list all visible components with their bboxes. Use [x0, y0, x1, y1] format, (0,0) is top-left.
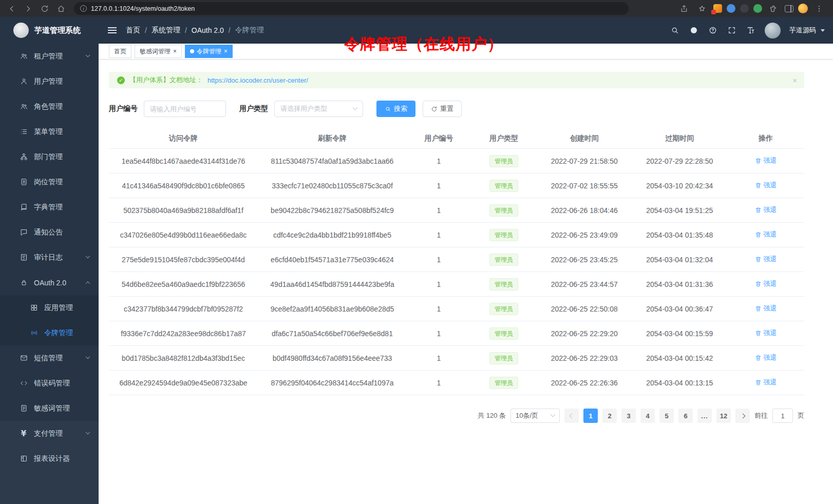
tab-token[interactable]: 令牌管理	[185, 45, 233, 58]
extension-badge-icon[interactable]	[713, 4, 722, 13]
force-logout-button[interactable]: 强退	[755, 255, 777, 264]
sidebar-item-user[interactable]: 用户管理	[0, 69, 99, 94]
force-logout-label: 强退	[764, 328, 777, 338]
sidebar-item-dict[interactable]: 字典管理	[0, 195, 99, 220]
next-page-button[interactable]	[735, 409, 750, 423]
page-button-4[interactable]: 4	[640, 409, 655, 423]
sidebar-item-audit-log[interactable]: 审计日志	[0, 245, 99, 270]
force-logout-button[interactable]: 强退	[755, 181, 777, 190]
tab-sensitive-word[interactable]: 敏感词管理	[135, 45, 182, 58]
browser-menu-dots-icon[interactable]	[812, 2, 826, 15]
doc-link[interactable]: https://doc.iocoder.cn/user-center/	[207, 76, 308, 84]
sidebar-item-oauth2-app[interactable]: 应用管理	[0, 295, 99, 320]
force-logout-button[interactable]: 强退	[755, 304, 777, 313]
sidebar-item-sensitive-word[interactable]: 敏感词管理	[0, 396, 99, 421]
sidebar-item-label: 报表设计器	[34, 454, 70, 463]
dropdown-caret-icon[interactable]	[821, 29, 825, 32]
pages-ellipsis[interactable]: ...	[697, 409, 712, 423]
goto-unit: 页	[798, 411, 804, 420]
search-icon[interactable]	[670, 25, 680, 35]
extension-blue-icon[interactable]	[727, 4, 735, 13]
alert-close-icon[interactable]	[792, 76, 797, 85]
page-button-3[interactable]: 3	[621, 409, 636, 423]
github-icon[interactable]	[689, 25, 699, 35]
cell-refresh-token: cdfc4ce9c2da4bb1bdf21b9918ff4be5	[258, 231, 407, 239]
fullscreen-icon[interactable]	[727, 25, 737, 35]
app-logo[interactable]: 芋道管理系统	[0, 17, 99, 44]
chevron-down-icon	[86, 254, 90, 258]
force-logout-label: 强退	[764, 353, 777, 362]
page-button-6[interactable]: 6	[678, 409, 693, 423]
browser-forward-icon[interactable]	[22, 2, 35, 15]
cell-user-type: 管理员	[471, 254, 537, 266]
cell-user-id: 1	[407, 256, 471, 264]
force-logout-button[interactable]: 强退	[755, 378, 777, 387]
page-button-last[interactable]: 12	[716, 409, 731, 423]
sidebar-collapse-icon[interactable]	[108, 27, 117, 33]
force-logout-button[interactable]: 强退	[755, 353, 777, 362]
breadcrumb-home[interactable]: 首页	[126, 26, 140, 35]
force-logout-label: 强退	[764, 156, 777, 165]
user-id-input[interactable]	[144, 101, 226, 117]
extensions-puzzle-icon[interactable]	[767, 2, 780, 15]
browser-home-icon[interactable]	[54, 2, 68, 15]
table-row: f9336e7c7dd242a283ee98dc86b17a87 dfa6c71…	[109, 321, 804, 346]
force-logout-button[interactable]: 强退	[755, 328, 777, 338]
url-text[interactable]: 127.0.0.1:1024/system/oauth2/token	[91, 5, 195, 12]
browser-reload-icon[interactable]	[38, 2, 51, 15]
bookmark-star-icon[interactable]	[695, 2, 709, 15]
sidebar-item-role[interactable]: 角色管理	[0, 94, 99, 119]
page-button-2[interactable]: 2	[602, 409, 617, 423]
page-button-1[interactable]: 1	[583, 409, 598, 423]
browser-back-icon[interactable]	[5, 2, 18, 15]
help-icon[interactable]	[708, 25, 718, 35]
sidebar-item-post[interactable]: 岗位管理	[0, 169, 99, 195]
user-type-group: 用户类型 请选择用户类型	[239, 101, 363, 117]
sidebar-item-payment[interactable]: ¥ 支付管理	[0, 421, 99, 446]
page-size-select[interactable]: 10条/页	[510, 409, 560, 423]
trash-icon	[755, 355, 762, 361]
font-size-icon[interactable]	[746, 25, 756, 35]
broadcast-icon	[30, 329, 38, 337]
goto-page-input[interactable]	[772, 409, 793, 423]
sidebar-item-notice[interactable]: 通知公告	[0, 220, 99, 245]
sidebar-item-report-designer[interactable]: 报表设计器	[0, 446, 99, 471]
sidebar-item-menu[interactable]: 菜单管理	[0, 119, 99, 144]
sidebar-item-error-code[interactable]: 错误码管理	[0, 371, 99, 396]
site-info-icon[interactable]: i	[80, 5, 87, 12]
user-avatar[interactable]	[765, 23, 781, 38]
book-icon	[20, 203, 28, 211]
extension-green-icon[interactable]	[753, 4, 762, 13]
table-row: 6d842e2924594de9a09e45e087323abe 8796295…	[109, 371, 804, 395]
address-bar[interactable]: i 127.0.0.1:1024/system/oauth2/token	[74, 2, 629, 15]
search-button[interactable]: 搜索	[376, 101, 415, 117]
breadcrumb-oauth2[interactable]: OAuth 2.0	[192, 26, 224, 34]
share-icon[interactable]	[677, 2, 691, 15]
user-type-select[interactable]: 请选择用户类型	[274, 101, 363, 117]
close-icon[interactable]	[173, 48, 177, 54]
user-type-placeholder: 请选择用户类型	[280, 104, 327, 113]
extension-dark-icon[interactable]	[740, 4, 749, 13]
sidebar-item-dept[interactable]: 部门管理	[0, 144, 99, 169]
browser-profile-avatar[interactable]	[798, 4, 808, 13]
sidebar-item-oauth2[interactable]: OAuth 2.0	[0, 270, 99, 295]
reset-button[interactable]: 重置	[423, 101, 462, 117]
sidebar-item-oauth2-token[interactable]: 令牌管理	[0, 320, 99, 345]
breadcrumb-system[interactable]: 系统管理	[152, 26, 180, 35]
page-button-5[interactable]: 5	[659, 409, 674, 423]
force-logout-button[interactable]: 强退	[755, 205, 777, 215]
cell-expired-at: 2054-03-04 00:15:59	[632, 329, 728, 338]
sidebar-item-label: 岗位管理	[34, 178, 63, 187]
sidebar-item-tenant[interactable]: 租户管理	[0, 44, 99, 69]
sidebar-item-sms[interactable]: 短信管理	[0, 345, 99, 371]
username[interactable]: 芋道源码	[789, 26, 816, 35]
tab-home[interactable]: 首页	[109, 45, 131, 58]
force-logout-button[interactable]: 强退	[755, 156, 777, 165]
sidebar-item-label: 租户管理	[34, 52, 63, 61]
force-logout-button[interactable]: 强退	[755, 279, 777, 288]
prev-page-button[interactable]	[564, 409, 579, 423]
search-button-label: 搜索	[394, 104, 407, 113]
close-icon[interactable]	[224, 48, 228, 54]
side-panel-icon[interactable]	[785, 5, 793, 12]
force-logout-button[interactable]: 强退	[755, 230, 777, 239]
